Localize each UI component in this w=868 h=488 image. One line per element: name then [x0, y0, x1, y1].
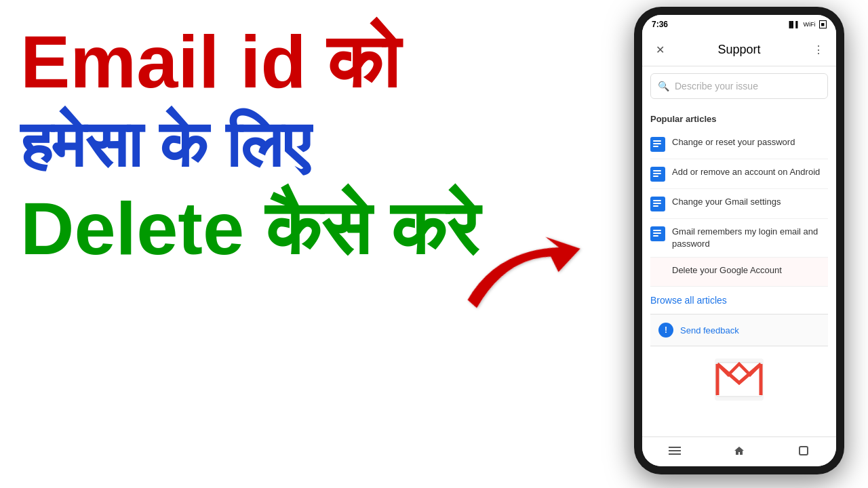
- wifi-icon: WiFi: [804, 21, 816, 28]
- title-line1: Email id को: [20, 20, 576, 102]
- title-line2: हमेसा के लिए: [20, 109, 576, 180]
- phone-container: 7:36 ▐▌▌ WiFi ■ ✕ Support ⋮ 🔍 Describe y…: [634, 7, 858, 481]
- article-icon-2: [650, 167, 665, 182]
- nav-home-button[interactable]: [726, 441, 753, 461]
- app-bar: ✕ Support ⋮: [642, 34, 836, 66]
- nav-back-button[interactable]: [661, 441, 688, 461]
- article-icon-3: [650, 197, 665, 211]
- article-text-5: Delete your Google Account: [672, 264, 782, 277]
- nav-bar: [642, 436, 836, 466]
- phone-body: 7:36 ▐▌▌ WiFi ■ ✕ Support ⋮ 🔍 Describe y…: [634, 7, 844, 474]
- article-item-2[interactable]: Add or remove an account on Android: [650, 159, 828, 189]
- popular-articles-title: Popular articles: [650, 114, 828, 124]
- content-area: Popular articles Change or reset your pa…: [642, 106, 836, 436]
- article-icon-4: [650, 226, 665, 241]
- article-icon-1: [650, 137, 665, 152]
- menu-button[interactable]: ⋮: [809, 41, 828, 60]
- search-placeholder: Describe your issue: [675, 81, 758, 92]
- svg-rect-7: [800, 447, 808, 455]
- search-icon: 🔍: [658, 81, 669, 92]
- status-icons: ▐▌▌ WiFi ■: [787, 20, 827, 28]
- article-item-4[interactable]: Gmail remembers my login email and passw…: [650, 219, 828, 258]
- article-icon-5-empty: [650, 264, 665, 279]
- article-item-3[interactable]: Change your Gmail settings: [650, 189, 828, 219]
- article-text-4: Gmail remembers my login email and passw…: [672, 226, 828, 250]
- phone-screen: 7:36 ▐▌▌ WiFi ■ ✕ Support ⋮ 🔍 Describe y…: [642, 15, 836, 466]
- close-button[interactable]: ✕: [650, 41, 669, 60]
- search-bar: 🔍 Describe your issue: [642, 66, 836, 106]
- status-bar: 7:36 ▐▌▌ WiFi ■: [642, 15, 836, 34]
- status-time: 7:36: [652, 20, 668, 29]
- article-item-5[interactable]: Delete your Google Account: [650, 258, 828, 287]
- article-text-3: Change your Gmail settings: [672, 196, 781, 208]
- feedback-section[interactable]: ! Send feedback: [650, 314, 828, 346]
- signal-icon: ▐▌▌: [787, 21, 800, 28]
- gmail-logo-area: [650, 346, 828, 413]
- article-text-2: Add or remove an account on Android: [672, 166, 820, 178]
- article-item-1[interactable]: Change or reset your password: [650, 129, 828, 159]
- gmail-logo: [715, 359, 764, 401]
- nav-recents-button[interactable]: [790, 441, 817, 461]
- feedback-text: Send feedback: [680, 325, 739, 336]
- browse-all-articles-link[interactable]: Browse all articles: [650, 287, 828, 314]
- feedback-icon: !: [658, 323, 673, 338]
- battery-icon: ■: [819, 20, 827, 28]
- search-input-container[interactable]: 🔍 Describe your issue: [650, 73, 828, 99]
- article-text-1: Change or reset your password: [672, 136, 795, 148]
- app-bar-title: Support: [669, 43, 809, 57]
